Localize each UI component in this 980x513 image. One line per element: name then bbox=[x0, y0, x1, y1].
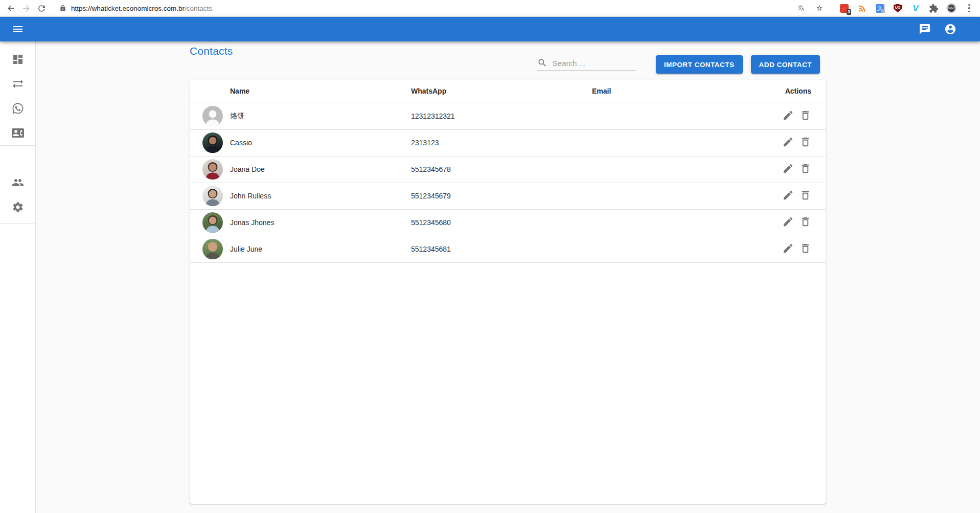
extensions-menu-button[interactable] bbox=[928, 3, 939, 14]
browser-chrome: https://whaticket.economicros.com.br/con… bbox=[0, 0, 980, 17]
whatsapp-column-header: WhatsApp bbox=[411, 80, 592, 103]
contact-name: Jonas Jhones bbox=[230, 209, 411, 236]
delete-contact-button[interactable] bbox=[800, 136, 811, 149]
search-icon bbox=[537, 58, 548, 68]
edit-contact-button[interactable] bbox=[782, 216, 794, 229]
table-row: Jonas Jhones 5512345680 bbox=[190, 209, 826, 236]
browser-forward-button[interactable] bbox=[18, 1, 34, 16]
puzzle-piece-icon bbox=[929, 4, 939, 13]
contact-name: Julie June bbox=[230, 236, 411, 262]
pencil-icon bbox=[782, 189, 794, 201]
browser-menu-button[interactable] bbox=[964, 3, 975, 14]
extension-toolbar: ... 3 文 UO V bbox=[838, 3, 976, 14]
email-column-header: Email bbox=[592, 80, 764, 103]
table-header-row: Name WhatsApp Email Actions bbox=[190, 80, 826, 103]
table-row: Julie June 5512345681 bbox=[190, 236, 826, 262]
account-circle-icon bbox=[944, 23, 956, 35]
account-menu-button[interactable] bbox=[938, 17, 963, 41]
contact-search bbox=[537, 58, 636, 71]
add-contact-button[interactable]: ADD CONTACT bbox=[751, 55, 821, 74]
ublock-origin-extension-button[interactable]: UO bbox=[892, 3, 903, 14]
rss-extension-button[interactable] bbox=[856, 3, 868, 14]
rss-icon bbox=[857, 4, 867, 13]
dashboard-icon bbox=[12, 53, 24, 65]
pencil-icon bbox=[782, 216, 794, 228]
delete-contact-button[interactable] bbox=[800, 109, 811, 123]
contact-email bbox=[592, 103, 764, 129]
main-content: Contacts IMPORT CONTACTS ADD CONTACT bbox=[36, 41, 980, 513]
vimeo-extension-button[interactable]: V bbox=[910, 3, 921, 14]
edit-contact-button[interactable] bbox=[782, 163, 794, 176]
star-outline-icon bbox=[816, 5, 823, 12]
reload-icon bbox=[37, 4, 47, 13]
delete-contact-button[interactable] bbox=[800, 163, 811, 176]
menu-toggle-button[interactable] bbox=[6, 17, 30, 41]
pencil-icon bbox=[782, 109, 794, 121]
browser-reload-button[interactable] bbox=[34, 1, 49, 16]
contact-email bbox=[592, 156, 764, 183]
sidebar-item-settings[interactable] bbox=[0, 195, 35, 219]
sidebar-item-tickets[interactable] bbox=[0, 96, 35, 121]
delete-contact-button[interactable] bbox=[800, 189, 811, 203]
app-bar bbox=[0, 17, 980, 41]
messages-button[interactable] bbox=[913, 17, 937, 41]
contact-email bbox=[592, 209, 764, 236]
trash-icon bbox=[800, 136, 811, 148]
forward-arrow-icon bbox=[21, 4, 31, 13]
translate-page-action-button[interactable] bbox=[795, 3, 807, 14]
address-bar[interactable]: https://whaticket.economicros.com.br/con… bbox=[54, 2, 830, 15]
trash-icon bbox=[800, 163, 811, 174]
whatsapp-icon bbox=[12, 102, 24, 115]
actions-column-header: Actions bbox=[764, 80, 826, 103]
notifier-extension-button[interactable]: ... 3 bbox=[838, 3, 850, 14]
avatar bbox=[202, 239, 223, 259]
edit-contact-button[interactable] bbox=[782, 136, 794, 149]
sidebar-item-connections[interactable] bbox=[0, 72, 35, 96]
google-translate-extension-button[interactable]: 文 bbox=[874, 3, 885, 14]
page-controls: IMPORT CONTACTS ADD CONTACT bbox=[537, 55, 826, 74]
contacts-card: Name WhatsApp Email Actions 烙饼 123123123… bbox=[190, 80, 826, 504]
page-title: Contacts bbox=[190, 45, 233, 57]
people-icon bbox=[12, 176, 24, 189]
padlock-icon bbox=[59, 5, 66, 12]
edit-contact-button[interactable] bbox=[782, 242, 794, 256]
contact-whatsapp: 12312312321 bbox=[411, 103, 592, 129]
contact-name: Cassio bbox=[230, 129, 411, 156]
browser-profile-button[interactable] bbox=[946, 3, 957, 14]
contact-email bbox=[592, 129, 764, 156]
sidebar-divider bbox=[0, 224, 35, 224]
ublock-shield-icon: UO bbox=[894, 4, 902, 13]
sidebar-item-users[interactable] bbox=[0, 170, 35, 195]
contacts-table: Name WhatsApp Email Actions 烙饼 123123123… bbox=[190, 80, 826, 263]
search-input[interactable] bbox=[553, 59, 629, 68]
contact-whatsapp: 5512345680 bbox=[411, 209, 592, 236]
trash-icon bbox=[800, 242, 811, 254]
trash-icon bbox=[800, 189, 811, 201]
bookmark-star-button[interactable] bbox=[814, 3, 825, 14]
table-row: Cassio 2313123 bbox=[190, 129, 826, 156]
page-header: Contacts IMPORT CONTACTS ADD CONTACT bbox=[190, 41, 826, 74]
edit-contact-button[interactable] bbox=[782, 189, 794, 203]
delete-contact-button[interactable] bbox=[800, 242, 811, 256]
sidebar-item-dashboard[interactable] bbox=[0, 47, 35, 72]
table-row: 烙饼 12312312321 bbox=[190, 103, 826, 129]
chat-bubble-icon bbox=[919, 23, 931, 35]
contact-email bbox=[592, 236, 764, 262]
pencil-icon bbox=[782, 163, 794, 174]
translate-icon bbox=[797, 5, 805, 12]
notifier-badge: 3 bbox=[847, 9, 851, 15]
sidebar-item-contacts[interactable] bbox=[0, 121, 35, 145]
edit-contact-button[interactable] bbox=[782, 109, 794, 123]
delete-contact-button[interactable] bbox=[800, 216, 811, 229]
sidebar-section-gap bbox=[0, 146, 35, 170]
avatar bbox=[202, 132, 223, 153]
app-bar-actions bbox=[913, 17, 963, 41]
browser-window: https://whaticket.economicros.com.br/con… bbox=[0, 0, 980, 513]
contact-phone-icon bbox=[12, 127, 24, 139]
url-domain: https://whaticket.economicros.com.br bbox=[71, 5, 185, 12]
google-translate-icon: 文 bbox=[876, 4, 884, 13]
import-contacts-button[interactable]: IMPORT CONTACTS bbox=[656, 55, 743, 74]
table-row: John Rulless 5512345679 bbox=[190, 183, 826, 209]
browser-back-button[interactable] bbox=[3, 1, 18, 16]
sync-alt-icon bbox=[12, 78, 24, 90]
